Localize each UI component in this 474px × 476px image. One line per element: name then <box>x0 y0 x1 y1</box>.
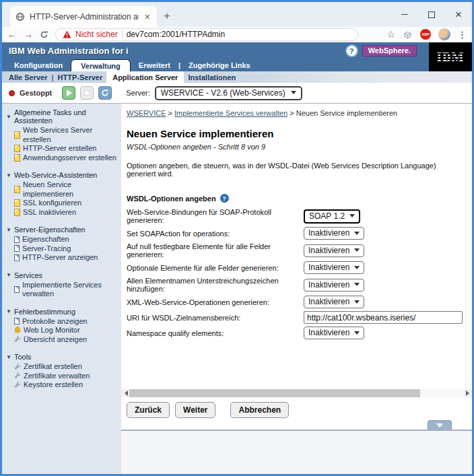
sidebar-section-header[interactable]: ▼ Server-Eigenschaften <box>6 226 118 234</box>
sidebar-item-label: Keystore erstellen <box>24 380 83 390</box>
menu-kebab-icon[interactable]: ⋮ <box>458 30 467 40</box>
server-select[interactable]: WSERVICE - V2.6 (Web-Services) <box>155 86 302 100</box>
sidebar-section-label: Web-Service-Assistenten <box>14 171 97 179</box>
sidebar-section-header[interactable]: ▼ Services <box>6 271 118 279</box>
close-icon[interactable]: × <box>143 12 151 22</box>
underscore-elements-select[interactable]: Inaktivieren <box>304 279 364 292</box>
adblock-icon[interactable]: ABP <box>420 29 431 40</box>
websphere-badge: WebSphere. <box>362 45 417 57</box>
wsdl-namespace-uri-input[interactable] <box>304 311 463 324</box>
breadcrumb-link-implementierte-services[interactable]: Implementierte Services verwalten <box>174 109 287 117</box>
sidebar-item-eigenschaften[interactable]: Eigenschaften <box>6 235 118 244</box>
bottom-panel <box>121 431 472 474</box>
refresh-server-button[interactable] <box>98 86 112 100</box>
collapse-panel-button[interactable] <box>428 420 452 430</box>
next-button[interactable]: Weiter <box>175 402 215 418</box>
sidebar-item-http-server-erstellen[interactable]: HTTP-Server erstellen <box>6 144 118 154</box>
forward-icon[interactable]: → <box>24 30 33 39</box>
tab-verwaltung[interactable]: Verwaltung <box>71 59 131 71</box>
sidebar-item-label: Neuen Service implementieren <box>23 180 118 199</box>
xml-operations-select[interactable]: Inaktivieren <box>304 296 364 308</box>
sidebar-item-zertifikat-erstellen[interactable]: Zertifikat erstellen <box>6 362 118 372</box>
sidebar-item-http-server-anzeigen[interactable]: HTTP-Server anzeigen <box>6 253 118 263</box>
back-icon[interactable]: ← <box>7 30 17 39</box>
document-icon <box>14 286 20 293</box>
vertical-scrollbar[interactable] <box>465 104 472 389</box>
subnav-application-server[interactable]: Application Server <box>106 71 184 83</box>
namespace-qualify-select[interactable]: Inaktivieren <box>304 327 364 339</box>
tab-zugehoerige-links[interactable]: Zugehörige Links <box>182 59 257 71</box>
cancel-button[interactable]: Abbrechen <box>230 402 289 418</box>
subnav-http-server[interactable]: HTTP-Server <box>58 71 103 83</box>
tab-erweitert[interactable]: Erweitert <box>132 59 177 71</box>
extension-icon[interactable] <box>403 30 413 40</box>
sidebar-item-label: Zertifikate verwalten <box>24 372 90 381</box>
soapaction-select[interactable]: Inaktivieren <box>304 227 364 240</box>
sidebar-item-ssl-konfigurieren[interactable]: SSL konfigurieren <box>6 199 118 208</box>
sidebar-item-server-tracing[interactable]: Server-Tracing <box>6 244 118 254</box>
breadcrumb: WSERVICE > Implementierte Services verwa… <box>127 109 463 117</box>
soap-protocol-select[interactable]: SOAP 1.2 <box>304 209 360 224</box>
chevron-down-icon <box>349 214 355 220</box>
optional-elements-select[interactable]: Inaktivieren <box>304 261 364 274</box>
wizard-icon <box>14 154 20 162</box>
subnav-installationen[interactable]: Installationen <box>188 71 236 83</box>
minimize-button[interactable] <box>391 2 418 27</box>
status-text: Gestoppt <box>20 89 52 97</box>
close-button[interactable]: × <box>445 2 472 27</box>
sidebar-item-web-services-server-erstellen[interactable]: Web Services Server erstellen <box>6 126 118 144</box>
sidebar-item-uebersicht-anzeigen[interactable]: Übersicht anzeigen <box>6 335 118 345</box>
sidebar-item-label: HTTP-Server erstellen <box>23 144 96 154</box>
stop-icon <box>84 90 90 96</box>
document-icon <box>14 254 20 261</box>
scrollbar-thumb[interactable] <box>129 389 420 397</box>
sidebar-section-header[interactable]: ▼ Fehlerbestimmung <box>6 308 118 316</box>
field-label: Web-Service-Bindungen für SOAP-Protokoll… <box>127 208 304 224</box>
scrollbar-track[interactable] <box>420 389 464 397</box>
sidebar-item-implementierte-services-verwalten[interactable]: Implementierte Services verwalten <box>6 281 118 299</box>
sidebar-item-protokolle-anzeigen[interactable]: Protokolle anzeigen <box>6 317 118 327</box>
sidebar-item-keystore-erstellen[interactable]: Keystore erstellen <box>6 380 118 390</box>
tab-konfiguration[interactable]: Konfiguration <box>7 59 69 71</box>
scroll-left-icon[interactable] <box>121 389 129 397</box>
url-text[interactable]: dev7com:2001/HTTPAdmin <box>127 30 226 39</box>
sidebar-section-header[interactable]: ▼ Allgemeine Tasks und Assistenten <box>6 108 118 125</box>
stop-server-button[interactable] <box>80 86 94 100</box>
breadcrumb-link-wservice[interactable]: WSERVICE <box>127 109 166 117</box>
start-server-button[interactable] <box>62 86 75 100</box>
subnav-alle-server[interactable]: Alle Server <box>9 71 47 83</box>
sidebar-item-zertifikate-verwalten[interactable]: Zertifikate verwalten <box>6 372 118 381</box>
scroll-right-icon[interactable] <box>464 389 472 397</box>
form-section-title: WSDL-Optionen angeben ? <box>127 194 463 203</box>
bookmark-star-icon[interactable]: ☆ <box>386 29 395 40</box>
wizard-icon <box>14 186 20 193</box>
address-bar[interactable]: Nicht sicher dev7com:2001/HTTPAdmin <box>55 28 358 41</box>
avatar[interactable] <box>438 28 450 40</box>
sidebar-item-label: SSL konfigurieren <box>23 199 81 208</box>
new-tab-button[interactable]: + <box>164 9 170 23</box>
help-icon[interactable]: ? <box>347 46 357 56</box>
reload-icon[interactable] <box>40 30 48 39</box>
horizontal-scrollbar[interactable] <box>121 389 472 397</box>
server-label: Server: <box>126 89 149 97</box>
field-label: URI für WSDL-Zielnamensbereich: <box>127 314 304 322</box>
breadcrumb-separator: > <box>168 109 172 117</box>
sidebar-item-neuen-service-implementieren[interactable]: Neuen Service implementieren <box>6 180 118 199</box>
field-label: XML-Web-Service-Operationen generieren: <box>127 298 304 306</box>
sidebar-item-label: Anwendungsserver erstellen <box>23 154 116 163</box>
maximize-button[interactable] <box>418 2 445 27</box>
security-warning[interactable]: Nicht sicher <box>75 30 118 39</box>
sidebar-item-anwendungsserver-erstellen[interactable]: Anwendungsserver erstellen <box>6 154 118 163</box>
sidebar-section-tools: ▼ Tools Zertifikat erstellen Zertifikate… <box>6 353 118 390</box>
sidebar-section-header[interactable]: ▼ Tools <box>6 353 118 361</box>
browser-tab[interactable]: HTTP-Server-Administration auf × <box>10 6 157 27</box>
nullable-elements-select[interactable]: Inaktivieren <box>304 244 364 257</box>
sidebar-item-label: Übersicht anzeigen <box>24 335 87 345</box>
sidebar-item-ssl-inaktivieren[interactable]: SSL inaktivieren <box>6 208 118 217</box>
help-icon[interactable]: ? <box>220 194 229 203</box>
sidebar-section-web-service-assistenten: ▼ Web-Service-Assistenten Neuen Service … <box>6 171 118 217</box>
sidebar-item-web-log-monitor[interactable]: Web Log Monitor <box>6 326 118 335</box>
back-button[interactable]: Zurück <box>127 402 170 418</box>
sidebar-section-header[interactable]: ▼ Web-Service-Assistenten <box>6 171 118 179</box>
status-stopped-icon <box>9 90 15 96</box>
